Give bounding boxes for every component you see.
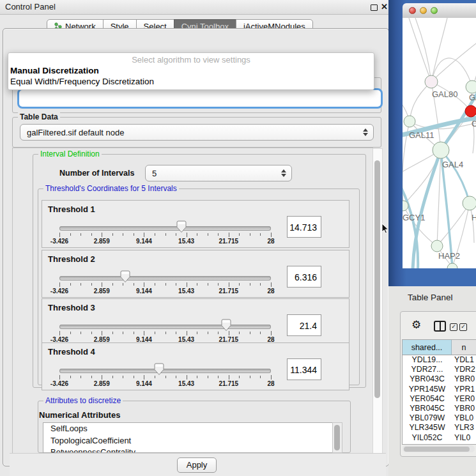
algorithm-dropdown-popup: Select algorithm to view settings Manual… — [8, 52, 374, 90]
table-cell[interactable]: YBR045C — [403, 404, 452, 413]
table-row[interactable]: YBR045CYBR0 — [403, 404, 476, 413]
table-row[interactable]: YLR345WYLR3 — [403, 423, 476, 433]
table-cell[interactable]: YPR145W — [403, 385, 452, 394]
split-columns-icon[interactable] — [434, 321, 446, 332]
table-cell[interactable]: YLR345W — [403, 423, 452, 433]
slider-tick — [176, 283, 176, 286]
column-header-name[interactable]: n — [452, 340, 476, 355]
apply-button[interactable]: Apply — [177, 457, 217, 473]
checkbox-icon[interactable]: ✓ — [459, 323, 467, 331]
table-row[interactable]: YPR145WYPR1 — [403, 385, 476, 394]
slider-tick — [197, 332, 197, 334]
node-gal80[interactable] — [425, 75, 438, 88]
table-cell[interactable]: YDL19... — [403, 355, 452, 365]
table-cell[interactable]: YER0 — [452, 394, 476, 404]
slider-tick — [187, 233, 187, 237]
table-cell[interactable]: YPR1 — [452, 385, 476, 394]
column-header-shared-name[interactable]: shared... — [403, 340, 452, 355]
combo-arrows-icon[interactable] — [281, 169, 286, 177]
table-cell[interactable]: YIL052C — [403, 433, 452, 443]
algorithm-select[interactable] — [17, 88, 383, 109]
table-row[interactable]: YBL079WYBL0 — [403, 413, 476, 423]
slider-tick — [250, 233, 250, 236]
slider-tick — [144, 331, 144, 335]
attribute-list-item[interactable]: TopologicalCoefficient — [43, 435, 333, 447]
main-scrollbar[interactable] — [372, 148, 383, 454]
slider-thumb[interactable] — [120, 270, 130, 283]
threshold-value-field[interactable]: 6.316 — [287, 266, 321, 288]
table-cell[interactable]: YBL079W — [403, 413, 452, 423]
network-edge — [409, 18, 431, 82]
table-cell[interactable]: YDL1 — [452, 355, 476, 365]
attributes-list-scrollbar[interactable] — [332, 422, 342, 453]
scrollbar-thumb[interactable] — [404, 447, 470, 452]
slider-tick — [218, 283, 219, 286]
table-panel-section: Table Panel ⚙ ✓ ✓ shared...nYDL19...YDL1… — [388, 286, 476, 476]
slider-tick — [81, 376, 81, 378]
node-h[interactable] — [463, 196, 476, 210]
node-red[interactable] — [465, 105, 476, 117]
threshold-value-field[interactable]: 21.4 — [287, 314, 321, 336]
slider-thumb[interactable] — [154, 363, 164, 376]
attribute-list-item[interactable]: BetweennessCentrality — [43, 447, 333, 453]
numerical-attributes-list[interactable]: SelfLoopsTopologicalCoefficientBetweenne… — [43, 422, 334, 453]
scrollbar-thumb[interactable] — [334, 425, 340, 450]
table-cell[interactable]: YLR3 — [452, 423, 476, 433]
slider-track[interactable] — [59, 369, 271, 373]
table-cell[interactable]: YBR043C — [403, 374, 452, 384]
table-row[interactable]: YDR27...YDR2 — [403, 365, 476, 374]
gear-icon[interactable]: ⚙ — [411, 319, 421, 330]
table-horizontal-scrollbar[interactable] — [403, 445, 475, 452]
table-cell[interactable]: YBR0 — [452, 404, 476, 413]
scrollbar-thumb[interactable] — [374, 160, 380, 398]
slider-tick — [250, 376, 250, 378]
minimize-traffic-light-icon[interactable] — [420, 7, 427, 14]
table-cell[interactable]: YBR0 — [452, 374, 476, 384]
slider-track[interactable] — [59, 325, 271, 329]
combo-arrows-icon[interactable] — [363, 128, 368, 136]
table-row[interactable]: YDL19...YDL1 — [403, 355, 476, 365]
node-gal4[interactable] — [433, 142, 449, 158]
cyni-toolbox-panel: Discretization Algorithm Table Data galF… — [3, 28, 389, 466]
table-cell[interactable]: YER054C — [403, 394, 452, 404]
node-hap2[interactable] — [431, 240, 443, 252]
network-view-canvas[interactable]: GAL80GACGAL11GAL4GCY1HHAP2 — [403, 18, 476, 268]
node-bottom[interactable] — [447, 263, 457, 268]
number-of-intervals-select[interactable]: 5 — [145, 165, 292, 181]
node-top-right[interactable] — [466, 81, 476, 93]
popup-option-equal-width[interactable]: Equal Width/Frequency Discretization — [10, 77, 154, 86]
table-row[interactable]: YIL052CYIL0 — [403, 433, 476, 443]
slider-track[interactable] — [59, 276, 271, 280]
slider-tick — [91, 233, 92, 236]
network-window-titlebar[interactable] — [403, 3, 476, 19]
slider-thumb[interactable] — [176, 220, 187, 233]
table-row[interactable]: YER054CYER0 — [403, 394, 476, 404]
numerical-attributes-heading: Numerical Attributes — [39, 410, 120, 420]
table-cell[interactable]: YDR2 — [452, 365, 476, 374]
checkbox-icon[interactable]: ✓ — [450, 323, 457, 331]
table-cell[interactable]: YIL0 — [452, 433, 476, 443]
close-icon[interactable]: ✕ — [381, 2, 388, 12]
slider-tick — [134, 332, 134, 334]
threshold-value-field[interactable]: 14.713 — [287, 216, 321, 238]
slider-tick — [155, 376, 155, 378]
float-window-icon[interactable] — [371, 4, 378, 11]
slider-tick — [208, 283, 208, 286]
node-attribute-table[interactable]: shared...nYDL19...YDL1YDR27...YDR2YBR043… — [402, 339, 476, 445]
zoom-traffic-light-icon[interactable] — [431, 7, 438, 14]
slider-thumb[interactable] — [221, 319, 231, 332]
attribute-list-item[interactable]: SelfLoops — [43, 423, 333, 435]
slider-tick-label: 15.43 — [178, 380, 194, 387]
threshold-value-field[interactable]: 11.344 — [287, 358, 321, 380]
table-cell[interactable]: YDR27... — [403, 365, 452, 374]
slider-track[interactable] — [59, 226, 271, 231]
close-traffic-light-icon[interactable] — [409, 7, 416, 14]
slider-tick — [155, 332, 155, 334]
node-gal11[interactable] — [404, 116, 415, 127]
slider-tick-label: 9.144 — [136, 380, 152, 387]
table-row[interactable]: YBR043CYBR0 — [403, 374, 476, 384]
popup-option-manual-discretization[interactable]: Manual Discretization — [10, 66, 99, 75]
table-data-select[interactable]: galFiltered.sif default node — [20, 124, 374, 141]
table-cell[interactable]: YBL0 — [452, 413, 476, 423]
threshold-label: Threshold 1 — [48, 204, 95, 214]
